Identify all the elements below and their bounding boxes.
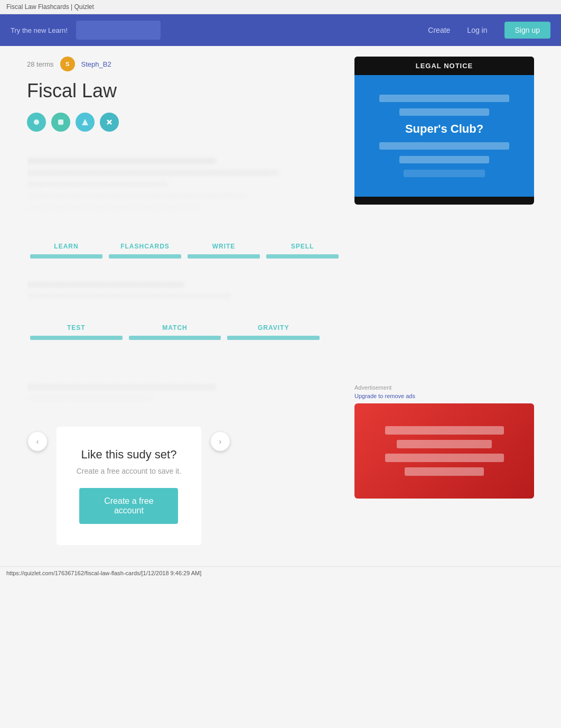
- study-icon-4[interactable]: [100, 113, 119, 132]
- study-mode-learn[interactable]: LEARN: [27, 243, 106, 259]
- cta-subtitle: Create a free account to save it.: [67, 467, 191, 475]
- blur-overlay-2: [27, 271, 342, 324]
- cta-title: Like this sudy set?: [67, 448, 191, 462]
- write-label: WRITE: [184, 243, 263, 250]
- ad-line-3: [379, 142, 509, 150]
- ad-img-line-4: [405, 467, 484, 476]
- status-bar: https://quizlet.com/176367162/fiscal-law…: [0, 566, 561, 579]
- blurred-content-area: [27, 148, 342, 232]
- content-left: 28 terms S Steph_B2 Fiscal Law: [27, 57, 342, 363]
- blurred-pre-cta: [27, 374, 342, 416]
- login-button[interactable]: Log in: [459, 22, 495, 39]
- ad-banner-header: LEGAL NOTICE: [354, 57, 534, 75]
- ad-header-text: LEGAL NOTICE: [362, 62, 527, 70]
- sidebar-ad-image[interactable]: [354, 403, 534, 499]
- learn-label: LEARN: [27, 243, 106, 250]
- top-navigation: Try the new Learn! Create Log in Sign up: [0, 14, 561, 46]
- scroll-right-arrow[interactable]: ›: [211, 432, 230, 451]
- blurred-middle: [27, 271, 342, 324]
- study-mode-test[interactable]: TEST: [27, 324, 126, 340]
- create-button[interactable]: Create: [428, 26, 450, 34]
- main-wrapper: 28 terms S Steph_B2 Fiscal Law: [16, 46, 545, 363]
- match-label: MATCH: [126, 324, 225, 331]
- cta-wrapper: ‹ Like this sudy set? Create a free acco…: [27, 416, 342, 556]
- study-mode-flashcards[interactable]: FLASHCARDS: [106, 243, 184, 259]
- scroll-left-area: ‹: [27, 416, 48, 451]
- ad-line-1: [379, 95, 509, 102]
- sidebar-right: LEGAL NOTICE Super's Club?: [354, 57, 534, 363]
- ad-line-5: [404, 170, 485, 177]
- page-title: Fiscal Law Flashcards | Quizlet: [6, 3, 94, 11]
- bottom-left: ‹ Like this sudy set? Create a free acco…: [27, 374, 342, 556]
- chevron-left-icon: ‹: [36, 437, 39, 446]
- bottom-section: ‹ Like this sudy set? Create a free acco…: [16, 374, 545, 556]
- blur-overlay: [27, 148, 342, 232]
- learn-promo-text: Try the new Learn!: [11, 26, 68, 34]
- advertisement-label: Advertisement: [354, 384, 534, 391]
- spell-label: SPELL: [263, 243, 342, 250]
- browser-title-bar: Fiscal Law Flashcards | Quizlet: [0, 0, 561, 14]
- bottom-right-sidebar: Advertisement Upgrade to remove ads: [354, 374, 534, 556]
- avatar: S: [60, 57, 75, 71]
- ad-banner: LEGAL NOTICE Super's Club?: [354, 57, 534, 205]
- blur-overlay-3: [27, 374, 342, 416]
- ad-banner-body[interactable]: Super's Club?: [354, 75, 534, 197]
- study-mode-spell[interactable]: SPELL: [263, 243, 342, 259]
- gravity-bar: [227, 336, 320, 340]
- terms-count: 28 terms: [27, 60, 54, 68]
- study-icons: [27, 113, 342, 132]
- flashcards-bar: [109, 254, 181, 259]
- ad-img-line-2: [397, 440, 492, 448]
- svg-marker-2: [82, 119, 88, 125]
- study-icon-3[interactable]: [76, 113, 95, 132]
- author-link[interactable]: Steph_B2: [81, 60, 111, 68]
- gravity-label: GRAVITY: [224, 324, 323, 331]
- scroll-left-arrow[interactable]: ‹: [28, 432, 47, 451]
- ad-highlight: Super's Club?: [405, 122, 483, 136]
- test-bar: [30, 336, 123, 340]
- cta-section: Like this sudy set? Create a free accoun…: [57, 427, 201, 545]
- study-modes-section: LEARN FLASHCARDS WRITE SPELL: [27, 232, 342, 363]
- ad-line-2: [399, 108, 489, 116]
- scroll-right-area: ›: [210, 416, 231, 451]
- study-icon-2[interactable]: [51, 113, 70, 132]
- match-bar: [129, 336, 221, 340]
- chevron-right-icon: ›: [219, 437, 222, 446]
- svg-rect-1: [58, 119, 63, 125]
- signup-button[interactable]: Sign up: [504, 22, 550, 39]
- test-label: TEST: [27, 324, 126, 331]
- set-meta: 28 terms S Steph_B2: [27, 57, 342, 71]
- upgrade-link[interactable]: Upgrade to remove ads: [354, 393, 534, 399]
- study-modes-row-1: LEARN FLASHCARDS WRITE SPELL: [27, 243, 342, 259]
- study-mode-write[interactable]: WRITE: [184, 243, 263, 259]
- study-mode-match[interactable]: MATCH: [126, 324, 225, 340]
- ad-line-4: [399, 156, 489, 163]
- write-bar: [188, 254, 260, 259]
- create-account-button[interactable]: Create a free account: [79, 488, 178, 524]
- spell-bar: [266, 254, 339, 259]
- flashcards-label: FLASHCARDS: [106, 243, 184, 250]
- learn-bar: [30, 254, 102, 259]
- svg-point-0: [34, 119, 39, 125]
- ad-img-line-1: [385, 426, 504, 435]
- study-mode-gravity[interactable]: GRAVITY: [224, 324, 323, 340]
- study-modes-row-2: TEST MATCH GRAVITY: [27, 324, 323, 340]
- study-icon-1[interactable]: [27, 113, 46, 132]
- search-input[interactable]: [76, 21, 161, 40]
- url-display: https://quizlet.com/176367162/fiscal-law…: [6, 570, 201, 576]
- ad-img-line-3: [385, 454, 504, 462]
- sidebar-ad: Advertisement Upgrade to remove ads: [354, 384, 534, 499]
- set-title: Fiscal Law: [27, 80, 342, 102]
